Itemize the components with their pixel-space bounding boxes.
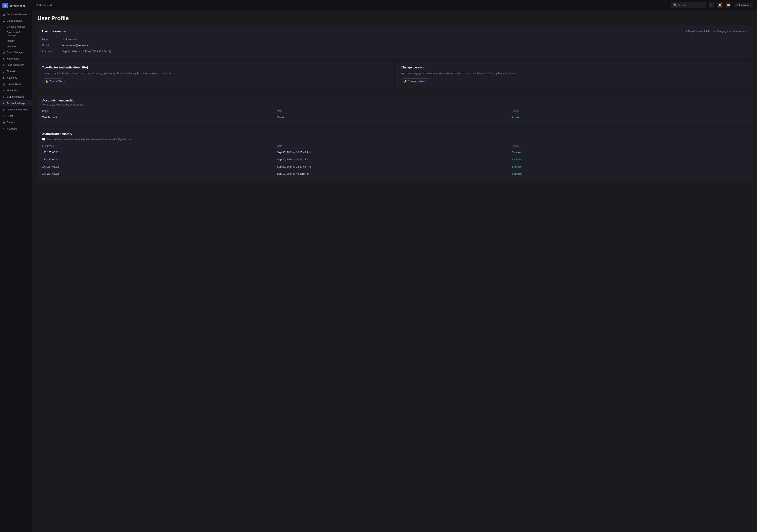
chevron-icon: › xyxy=(29,115,29,117)
search-box[interactable]: 🔍 xyxy=(671,2,706,8)
auth-ip: 173.237.66.12 xyxy=(42,151,277,154)
breadcrumb: ⊞ Dashboard xyxy=(36,4,668,7)
page-title: User Profile xyxy=(38,15,751,21)
dark-mode-toggle[interactable]: ☾ xyxy=(709,2,714,8)
sidebar-logo[interactable]: S servers.com xyxy=(0,0,32,11)
sidebar: S servers.com ▦ Dedicated Servers › ☁ Cl… xyxy=(0,0,32,532)
sidebar-item-private-racks[interactable]: ▤ Private Racks xyxy=(0,81,32,87)
account-label: Test account xyxy=(735,4,749,7)
chevron-icon: › xyxy=(29,77,29,79)
account-role: Owner xyxy=(277,116,512,119)
breadcrumb-text: Dashboard xyxy=(39,4,52,7)
enable-2fa-button[interactable]: 🔒 Enable 2FA xyxy=(42,78,65,84)
change-password-label: Change password xyxy=(408,80,427,83)
last-login-row: Last login Sep 30, 2024 at 10:17 AM (173… xyxy=(42,48,747,54)
accounts-membership-title: Accounts membership xyxy=(42,99,747,102)
networks-icon: ⊹ xyxy=(2,76,5,79)
change-password-title: Change password xyxy=(401,66,747,69)
cloud-storage-icon: ◫ xyxy=(2,51,5,54)
account-menu-button[interactable]: Test account ▾ xyxy=(734,3,753,7)
notification-checkbox[interactable] xyxy=(42,138,45,140)
sidebar-item-label: Cloud Storage xyxy=(7,51,23,54)
search-input[interactable] xyxy=(678,4,704,7)
cookie-consent-link[interactable]: ✏ Change your cookie consent xyxy=(713,30,747,33)
load-balancers-icon: ⊜ xyxy=(2,64,5,67)
sidebar-item-billing[interactable]: ▭ Billing › xyxy=(0,113,32,119)
sidebar-item-ssl-certificates[interactable]: ◑ SSL certificates xyxy=(0,94,32,100)
user-information-card: User information ⬇ Export personal data … xyxy=(38,25,751,59)
billing-icon: ▭ xyxy=(2,115,5,117)
sidebar-item-networks[interactable]: ⊹ Networks › xyxy=(0,74,32,81)
sidebar-item-label: Private Racks xyxy=(7,83,22,86)
auth-status: Success xyxy=(512,151,747,154)
identity-icon: ⊛ xyxy=(2,108,5,111)
change-password-button[interactable]: 🔑 Change password xyxy=(401,78,430,84)
auth-row-2: 173.237.66.12 Sep 20, 2024 at 12:27:56 P… xyxy=(42,163,747,170)
auth-history-card: Authorization history Send notification … xyxy=(38,128,751,182)
logo-icon: S xyxy=(2,3,8,8)
user-info-actions: ⬇ Export personal data ✏ Change your coo… xyxy=(685,30,747,33)
two-fa-description: Two-factor authentication enhances secur… xyxy=(42,71,388,75)
sidebar-item-snapshots-backups[interactable]: Snapshots & Backups xyxy=(0,30,32,38)
dashboard-icon: ⊞ xyxy=(36,4,38,7)
auth-status: Success xyxy=(512,172,747,175)
export-label: Export personal data xyxy=(688,30,710,33)
sidebar-item-load-balancers[interactable]: ⊜ Load Balancers xyxy=(0,62,32,68)
notifications-button[interactable]: 🔔 xyxy=(717,2,723,8)
sidebar-item-images[interactable]: Images xyxy=(0,38,32,43)
sidebar-item-label: Account settings xyxy=(7,102,25,105)
sidebar-item-kubernetes[interactable]: ✦ Kubernetes xyxy=(0,56,32,62)
sidebar-item-label: Kubernetes xyxy=(7,57,19,60)
notification-label: Send notification about each authorizati… xyxy=(46,138,132,141)
auth-ip: 173.237.66.12 xyxy=(42,158,277,161)
sidebar-item-reports[interactable]: ▦ Reports › xyxy=(0,119,32,126)
billing-button[interactable]: 💳 xyxy=(725,2,731,8)
two-col-section: Two-Factor Authentication (2FA) Two-fact… xyxy=(38,62,751,92)
sidebar-item-label: Load Balancers xyxy=(7,64,24,67)
content-area: User Profile User information ⬇ Export p… xyxy=(32,10,757,532)
moon-icon: ☾ xyxy=(710,4,713,7)
sidebar-item-dedicated-servers[interactable]: ▦ Dedicated Servers › xyxy=(0,11,32,18)
auth-status: Success xyxy=(512,165,747,168)
sidebar-item-requests[interactable]: ◷ Requests xyxy=(0,126,32,132)
sidebar-item-label: SSL certificates xyxy=(7,96,24,98)
sidebar-item-firewalls[interactable]: ◻ Firewalls xyxy=(0,68,32,74)
last-login-value: Sep 30, 2024 at 10:17 AM (173.237.66.12) xyxy=(62,50,111,53)
sidebar-item-identity-access[interactable]: ⊛ Identity and Access › xyxy=(0,106,32,113)
shield-icon: 🔒 xyxy=(45,80,48,83)
cookie-label: Change your cookie consent xyxy=(716,30,747,33)
sidebar-item-label: Firewalls xyxy=(7,70,16,73)
requests-icon: ◷ xyxy=(2,127,5,130)
sidebar-item-monitoring[interactable]: ◎ Monitoring › xyxy=(0,87,32,94)
email-value: testaccount@servers.com xyxy=(62,44,92,47)
auth-ip: 173.237.66.12 xyxy=(42,172,277,175)
sidebar-item-cloud-storage[interactable]: ◫ Cloud Storage xyxy=(0,49,32,56)
header-actions: 🔍 ☾ 🔔 💳 Test account ▾ xyxy=(671,2,753,8)
chevron-icon: › xyxy=(29,109,29,111)
user-info-card-header: User information ⬇ Export personal data … xyxy=(42,29,747,33)
cloud-servers-icon: ☁ xyxy=(2,19,5,22)
sidebar-item-account-settings[interactable]: ⊙ Account settings xyxy=(0,100,32,106)
edit-name-icon[interactable]: ✏ xyxy=(78,38,80,41)
email-label: Email xyxy=(42,44,62,47)
auth-table-header: IP address Date Status xyxy=(42,143,747,149)
ssl-icon: ◑ xyxy=(2,96,5,98)
sidebar-item-label: Billing xyxy=(7,115,13,117)
sidebar-sub-label: Images xyxy=(7,40,15,42)
col-role: Role xyxy=(277,110,512,112)
reports-icon: ▦ xyxy=(2,121,5,124)
header: ⊞ Dashboard 🔍 ☾ 🔔 💳 Test account ▾ xyxy=(32,0,757,10)
change-password-card: Change password You can change your pass… xyxy=(396,62,751,88)
name-value: Test account ✏ xyxy=(62,38,80,41)
auth-notification-row: Send notification about each authorizati… xyxy=(42,138,747,141)
name-row: Name Test account ✏ xyxy=(42,36,747,42)
sidebar-item-create-manage[interactable]: Create & Manage xyxy=(0,24,32,30)
export-personal-data-link[interactable]: ⬇ Export personal data xyxy=(685,30,710,33)
account-settings-icon: ⊙ xyxy=(2,102,5,105)
name-label: Name xyxy=(42,38,62,41)
sidebar-item-volumes[interactable]: Volumes xyxy=(0,43,32,49)
membership-table-header: Name Role Status xyxy=(42,108,747,114)
key-icon: 🔑 xyxy=(404,80,407,83)
sidebar-item-cloud-servers[interactable]: ☁ Cloud Servers ∨ xyxy=(0,18,32,24)
auth-date: Sep 18, 2024 at 4:51:18 PM xyxy=(277,172,512,175)
